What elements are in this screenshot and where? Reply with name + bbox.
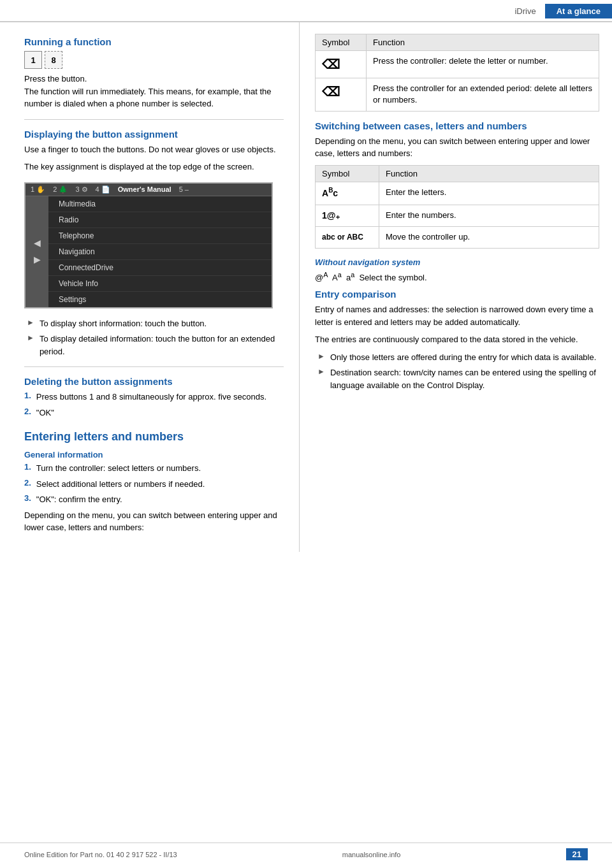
screen-tab-3: 3 ⚙: [75, 185, 87, 194]
symbol-backspace-1: ⌫: [316, 51, 367, 78]
displaying-assignment-para1: Use a finger to touch the buttons. Do no…: [24, 143, 284, 156]
general-information-title: General information: [24, 450, 284, 459]
symbol-function-numbers: Enter the numbers.: [379, 205, 599, 227]
deleting-step-2-num: 2.: [24, 407, 31, 416]
entering-step-3: 3. "OK": confirm the entry.: [24, 493, 284, 506]
without-nav-title: Without navigation system: [315, 257, 599, 267]
table-row: ⌫ Press the controller for an extended p…: [316, 78, 599, 111]
entering-letters-title: Entering letters and numbers: [24, 430, 284, 444]
deleting-step-1: 1. Press buttons 1 and 8 simultaneously …: [24, 391, 284, 403]
running-function-title: Running a function: [24, 36, 284, 47]
running-function-icons: 1 8: [24, 51, 284, 69]
symbol-table1-col1: Symbol: [316, 34, 367, 51]
symbol-table2-col2: Function: [379, 165, 599, 182]
button-icon-8: 8: [45, 51, 62, 69]
menu-item-multimedia: Multimedia: [48, 196, 272, 212]
symbol-backspace-2: ⌫: [316, 78, 367, 111]
menu-item-telephone: Telephone: [48, 228, 272, 244]
switching-cases-title: Switching between cases, letters and num…: [315, 120, 599, 131]
footer-text: Online Edition for Part no. 01 40 2 917 …: [24, 851, 177, 858]
menu-item-radio: Radio: [48, 212, 272, 228]
screen-nav-arrows: ◀ ▶: [26, 196, 48, 307]
screen-menu: ◀ ▶ Multimedia Radio Telephone Navigatio…: [26, 196, 272, 307]
deleting-step-2-text: "OK": [36, 407, 54, 419]
symbol-abc-upper: ABc: [316, 182, 379, 205]
screen-tab-2: 2 🌲: [53, 185, 68, 194]
table-row: ABc Enter the letters.: [316, 182, 599, 205]
symbol-table1-col2: Function: [367, 34, 599, 51]
symbol-abc-or-ABC: abc or ABC: [316, 227, 379, 248]
entering-step-3-num: 3.: [24, 493, 31, 503]
entry-comparison-para1: Entry of names and addresses: the select…: [315, 303, 599, 328]
bullet-arrow-1: ►: [27, 318, 34, 327]
displaying-assignment-title: Displaying the button assignment: [24, 129, 284, 140]
page-footer: Online Edition for Part no. 01 40 2 917 …: [0, 843, 612, 860]
screen-tab-owners-manual: Owner's Manual: [118, 185, 171, 193]
screen-menu-items: Multimedia Radio Telephone Navigation Co…: [48, 196, 272, 307]
entry-comparison-para2: The entries are continuously compared to…: [315, 333, 599, 346]
menu-item-vehicle-info: Vehicle Info: [48, 276, 272, 292]
entry-comparison-bullet-2-text: Destination search: town/city names can …: [330, 366, 599, 391]
bullet-arrow-ec2: ►: [317, 367, 325, 376]
symbol-table-1: Symbol Function ⌫ Press the controller: …: [315, 34, 599, 112]
screen-tab-1: 1 ✋: [31, 185, 45, 194]
bullet-arrow-ec1: ►: [317, 352, 325, 361]
footer-page-number: 21: [566, 848, 588, 860]
entry-comparison-bullet-1: ► Only those letters are offered during …: [315, 351, 599, 364]
right-column: Symbol Function ⌫ Press the controller: …: [300, 22, 612, 552]
symbol-function-letters: Enter the letters.: [379, 182, 599, 205]
displaying-bullet-1-text: To display short information: touch the …: [40, 317, 207, 330]
header-idrive-label: iDrive: [506, 4, 544, 18]
footer-watermark: manualsonline.info: [342, 851, 401, 858]
header-ataglance-label: At a glance: [545, 4, 612, 18]
table-row: 1@₊ Enter the numbers.: [316, 205, 599, 227]
left-column: Running a function 1 8 Press the button.…: [0, 22, 300, 552]
menu-item-navigation: Navigation: [48, 244, 272, 260]
switching-cases-para: Depending on the menu, you can switch be…: [315, 135, 599, 160]
entry-comparison-title: Entry comparison: [315, 289, 599, 300]
symbol-function-2: Press the controller for an extended per…: [367, 78, 599, 111]
deleting-step-2: 2. "OK": [24, 407, 284, 419]
entering-step-2-text: Select additional letters or numbers if …: [36, 478, 205, 491]
displaying-bullet-2-text: To display detailed information: touch t…: [40, 333, 284, 358]
table-row: abc or ABC Move the controller up.: [316, 227, 599, 248]
symbol-numbers: 1@₊: [316, 205, 379, 227]
entry-comparison-bullet-2: ► Destination search: town/city names ca…: [315, 366, 599, 391]
symbol-function-1: Press the controller: delete the letter …: [367, 51, 599, 78]
page-header: iDrive At a glance: [0, 0, 612, 22]
deleting-assignments-title: Deleting the button assignments: [24, 376, 284, 387]
button-icon-1: 1: [24, 51, 42, 69]
screen-tab-5: 5 –: [179, 185, 189, 193]
table-row: ⌫ Press the controller: delete the lette…: [316, 51, 599, 78]
entering-letters-para: Depending on the menu, you can switch be…: [24, 509, 284, 534]
screen-top-bar: 1 ✋ 2 🌲 3 ⚙ 4 📄 Owner's Manual 5 –: [26, 184, 272, 196]
symbol-table2-col1: Symbol: [316, 165, 379, 182]
entering-step-2-num: 2.: [24, 478, 31, 488]
entering-step-1-num: 1.: [24, 462, 31, 472]
running-function-desc: Press the button.The function will run i…: [24, 73, 284, 110]
menu-item-settings: Settings: [48, 292, 272, 307]
menu-item-connecteddrive: ConnectedDrive: [48, 260, 272, 276]
screen-mockup: 1 ✋ 2 🌲 3 ⚙ 4 📄 Owner's Manual 5 – ◀ ▶ M…: [24, 182, 273, 308]
entering-step-1: 1. Turn the controller: select letters o…: [24, 462, 284, 475]
displaying-bullet-2: ► To display detailed information: touch…: [24, 333, 284, 358]
deleting-step-1-num: 1.: [24, 391, 31, 400]
symbol-table-2: Symbol Function ABc Enter the letters. 1…: [315, 165, 599, 249]
symbol-function-controller: Move the controller up.: [379, 227, 599, 248]
displaying-bullet-1: ► To display short information: touch th…: [24, 317, 284, 330]
bullet-arrow-2: ►: [27, 333, 34, 342]
nav-arrow-left: ◀: [34, 235, 41, 251]
entering-step-2: 2. Select additional letters or numbers …: [24, 478, 284, 491]
screen-tab-4: 4 📄: [96, 185, 110, 194]
without-nav-text: @A Aa aa Select the symbol.: [315, 270, 599, 284]
main-content: Running a function 1 8 Press the button.…: [0, 22, 612, 552]
entering-step-3-text: "OK": confirm the entry.: [36, 493, 122, 506]
entry-comparison-bullet-1-text: Only those letters are offered during th…: [330, 351, 596, 364]
nav-arrow-right: ▶: [34, 252, 41, 268]
deleting-step-1-text: Press buttons 1 and 8 simultaneously for…: [36, 391, 266, 403]
displaying-assignment-para2: The key assignment is displayed at the t…: [24, 161, 284, 173]
entering-step-1-text: Turn the controller: select letters or n…: [36, 462, 201, 475]
